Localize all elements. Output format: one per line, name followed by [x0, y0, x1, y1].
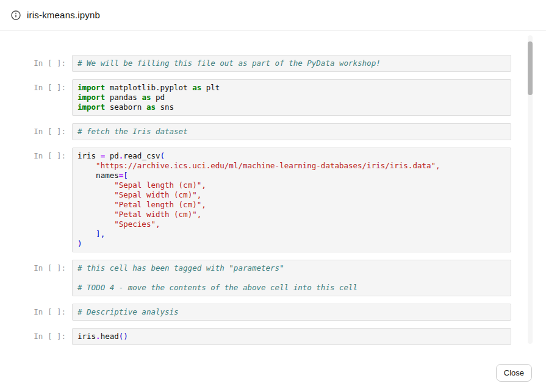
code-line: names=[ [77, 171, 506, 180]
code-line: "Sepal width (cm)", [77, 190, 506, 200]
notebook-cell: In [ ]: # We will be filling this file o… [0, 55, 546, 72]
notebook-cell: In [ ]: iris.head() [0, 328, 546, 345]
scrollbar-thumb[interactable] [528, 41, 533, 95]
cell-prompt: In [ ]: [0, 260, 67, 296]
code-line [77, 273, 506, 283]
code-line: # TODO 4 - move the contents of the abov… [77, 283, 506, 293]
cell-code: import matplotlib.pyplot as pltimport pa… [72, 79, 511, 116]
code-line: ], [77, 229, 506, 239]
cell-prompt: In [ ]: [0, 304, 67, 321]
cell-code: # Descriptive analysis [72, 304, 511, 321]
code-line: iris = pd.read_csv( [77, 151, 506, 161]
notebook-cell: In [ ]: # this cell has been tagged with… [0, 260, 546, 296]
code-line: # this cell has been tagged with "parame… [77, 263, 506, 273]
code-line: # We will be filling this file out as pa… [77, 59, 506, 68]
code-line: "Petal width (cm)", [77, 210, 506, 219]
cell-prompt: In [ ]: [0, 328, 67, 345]
code-line: import pandas as pd [77, 93, 506, 102]
notebook-cell: In [ ]: iris = pd.read_csv( "https://arc… [0, 148, 546, 252]
cell-prompt: In [ ]: [0, 123, 67, 140]
cell-code: iris.head() [72, 328, 511, 345]
notebook-cell: In [ ]: import matplotlib.pyplot as plti… [0, 79, 546, 116]
modal-header: iris-kmeans.ipynb [0, 0, 546, 30]
code-line: "Species", [77, 219, 506, 229]
cell-prompt: In [ ]: [0, 79, 67, 116]
code-line: import seaborn as sns [77, 102, 506, 112]
cell-prompt: In [ ]: [0, 148, 67, 252]
scrollbar-track[interactable] [528, 35, 533, 344]
code-line: "Petal length (cm)", [77, 200, 506, 210]
info-icon[interactable] [11, 10, 21, 20]
close-button[interactable]: Close [496, 364, 532, 382]
notebook-cell: In [ ]: # Descriptive analysis [0, 304, 546, 321]
code-line: # fetch the Iris dataset [77, 127, 506, 137]
cell-prompt: In [ ]: [0, 55, 67, 72]
code-line: "Sepal length (cm)", [77, 180, 506, 190]
notebook-cell: In [ ]: # fetch the Iris dataset [0, 123, 546, 140]
code-line: import matplotlib.pyplot as plt [77, 83, 506, 93]
notebook-preview[interactable]: In [ ]: # We will be filling this file o… [0, 31, 546, 348]
cells: In [ ]: # We will be filling this file o… [0, 31, 546, 345]
code-line: # Descriptive analysis [77, 307, 506, 317]
code-line: ) [77, 239, 506, 249]
notebook-title: iris-kmeans.ipynb [27, 10, 100, 20]
code-line: "https://archive.ics.uci.edu/ml/machine-… [77, 161, 506, 171]
cell-code: # We will be filling this file out as pa… [72, 55, 511, 72]
cell-code: # fetch the Iris dataset [72, 123, 511, 140]
cell-code: # this cell has been tagged with "parame… [72, 260, 511, 296]
cell-code: iris = pd.read_csv( "https://archive.ics… [72, 148, 511, 252]
code-line: iris.head() [77, 332, 506, 341]
